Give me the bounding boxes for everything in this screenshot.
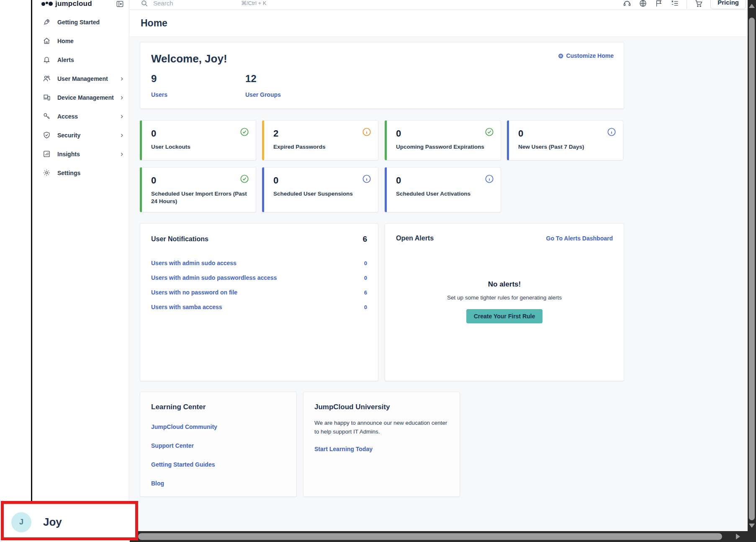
- stat-label: Scheduled User Suspensions: [273, 190, 370, 198]
- sidebar-item-getting-started[interactable]: Getting Started: [32, 13, 129, 31]
- search-shortcut-hint: ⌘/Ctrl + K: [241, 0, 266, 6]
- gear-icon: ⚙: [558, 53, 563, 59]
- sidebar-item-label: User Management: [57, 75, 108, 82]
- info-circle-icon: [485, 174, 494, 183]
- welcome-card: Welcome, Joy! ⚙ Customize Home 9 Users 1…: [140, 42, 624, 109]
- stat-card-scheduled-suspensions: 0 Scheduled User Suspensions: [262, 167, 378, 212]
- welcome-title: Welcome, Joy!: [151, 52, 613, 65]
- start-learning-today-link[interactable]: Start Learning Today: [314, 446, 373, 452]
- flag-icon[interactable]: [655, 0, 663, 8]
- learning-center-title: Learning Center: [151, 403, 285, 411]
- chevron-right-icon: ›: [121, 112, 123, 120]
- topbar-actions: Pricing: [623, 0, 746, 10]
- notification-link[interactable]: Users with admin sudo passwordless acces…: [151, 274, 277, 281]
- no-alerts-subtitle: Set up some tighter rules for generating…: [385, 294, 624, 301]
- support-center-link[interactable]: Support Center: [151, 442, 285, 449]
- community-globe-icon[interactable]: [639, 0, 647, 8]
- check-circle-icon: [485, 127, 494, 137]
- task-list-icon[interactable]: [671, 0, 679, 8]
- scrollbar-corner: [748, 531, 756, 542]
- stat-label: Scheduled User Activations: [396, 190, 493, 198]
- notification-row[interactable]: Users with admin sudo access 0: [151, 256, 367, 270]
- blog-link[interactable]: Blog: [151, 480, 285, 487]
- notification-link[interactable]: Users with admin sudo access: [151, 260, 237, 266]
- stat-card-new-users: 0 New Users (Past 7 Days): [507, 120, 623, 160]
- sidebar-item-security[interactable]: Security ›: [32, 126, 129, 145]
- user-groups-link[interactable]: User Groups: [245, 91, 281, 98]
- notification-row[interactable]: Users with admin sudo passwordless acces…: [151, 270, 367, 285]
- scroll-up-arrow-icon[interactable]: [749, 4, 755, 8]
- scroll-right-arrow-icon[interactable]: [736, 534, 740, 539]
- stat-value: 0: [396, 175, 493, 186]
- notification-row[interactable]: Users with no password on file 6: [151, 285, 367, 299]
- vertical-scrollbar[interactable]: [748, 0, 756, 531]
- logo-row: jumpcloud: [32, 0, 129, 10]
- stat-value: 2: [273, 128, 370, 139]
- page-title: Home: [141, 18, 167, 29]
- stat-value: 0: [151, 175, 248, 186]
- user-groups-stat: 12 User Groups: [245, 73, 339, 98]
- stat-label: Scheduled User Import Errors (Past 24 Ho…: [151, 190, 248, 205]
- global-search[interactable]: ⌘/Ctrl + K: [141, 0, 266, 7]
- cart-icon[interactable]: [694, 0, 703, 8]
- sidebar-item-label: Device Management: [57, 94, 114, 101]
- university-card: JumpCloud University We are happy to ann…: [303, 392, 460, 497]
- users-link[interactable]: Users: [151, 91, 167, 98]
- scroll-down-arrow-icon[interactable]: [749, 524, 755, 528]
- stat-card-upcoming-password-expirations: 0 Upcoming Password Expirations: [385, 120, 501, 160]
- university-title: JumpCloud University: [314, 403, 449, 411]
- sidebar-item-settings[interactable]: Settings: [32, 163, 129, 182]
- sidebar-item-device-management[interactable]: Device Management ›: [32, 88, 129, 107]
- go-to-alerts-dashboard-link[interactable]: Go To Alerts Dashboard: [546, 235, 613, 242]
- check-circle-icon: [240, 174, 249, 183]
- user-profile-panel[interactable]: J Joy: [4, 504, 135, 539]
- notification-row[interactable]: Users with samba access 0: [151, 299, 367, 314]
- info-circle-icon: [362, 127, 371, 137]
- customize-home-link[interactable]: ⚙ Customize Home: [558, 52, 614, 59]
- sidebar-item-user-management[interactable]: User Management ›: [32, 69, 129, 88]
- info-circle-icon: [607, 127, 616, 137]
- sidebar-item-alerts[interactable]: Alerts: [32, 50, 129, 69]
- notification-count: 6: [364, 289, 367, 296]
- support-headset-icon[interactable]: [623, 0, 631, 8]
- search-input[interactable]: [153, 0, 237, 7]
- stat-value: 0: [273, 175, 370, 186]
- sidebar-item-label: Settings: [57, 170, 80, 176]
- sidebar-item-access[interactable]: Access ›: [32, 107, 129, 126]
- home-icon: [42, 37, 51, 45]
- sidebar-item-label: Getting Started: [57, 19, 100, 26]
- horizontal-scrollbar-thumb[interactable]: [138, 533, 722, 540]
- sidebar-item-label: Insights: [57, 151, 80, 157]
- topbar: ⌘/Ctrl + K Pricing: [130, 0, 748, 10]
- avatar[interactable]: J: [11, 512, 31, 532]
- sidebar-item-insights[interactable]: Insights ›: [32, 145, 129, 163]
- vertical-scrollbar-thumb[interactable]: [749, 18, 755, 520]
- bell-icon: [42, 56, 51, 64]
- open-alerts-card: Open Alerts Go To Alerts Dashboard No al…: [385, 223, 624, 381]
- sidebar-item-home[interactable]: Home: [32, 31, 129, 50]
- alerts-empty-state: No alerts! Set up some tighter rules for…: [385, 280, 624, 323]
- content-area: Welcome, Joy! ⚙ Customize Home 9 Users 1…: [130, 37, 748, 531]
- jumpcloud-community-link[interactable]: JumpCloud Community: [151, 423, 285, 430]
- stat-card-scheduled-activations: 0 Scheduled User Activations: [385, 167, 501, 212]
- sidebar: jumpcloud Getting Started Home: [32, 0, 129, 542]
- stat-label: Upcoming Password Expirations: [396, 143, 493, 151]
- user-notifications-title: User Notifications: [151, 235, 208, 243]
- topbar-divider: [687, 0, 687, 9]
- create-first-rule-button[interactable]: Create Your First Rule: [466, 309, 543, 323]
- users-stat: 9 Users: [151, 73, 245, 98]
- learning-center-card: Learning Center JumpCloud Community Supp…: [140, 392, 297, 497]
- bar-chart-icon: [42, 150, 51, 158]
- notification-link[interactable]: Users with no password on file: [151, 289, 237, 296]
- pricing-button[interactable]: Pricing: [710, 0, 746, 9]
- user-name: Joy: [43, 516, 62, 529]
- notification-link[interactable]: Users with samba access: [151, 304, 222, 310]
- horizontal-scrollbar[interactable]: [130, 531, 748, 542]
- stat-label: New Users (Past 7 Days): [518, 143, 615, 151]
- collapse-sidebar-icon[interactable]: [116, 0, 124, 8]
- search-icon: [141, 0, 148, 7]
- sidebar-item-label: Alerts: [57, 57, 74, 63]
- getting-started-guides-link[interactable]: Getting Started Guides: [151, 461, 285, 468]
- sidebar-item-label: Security: [57, 132, 80, 139]
- shield-check-icon: [42, 131, 51, 139]
